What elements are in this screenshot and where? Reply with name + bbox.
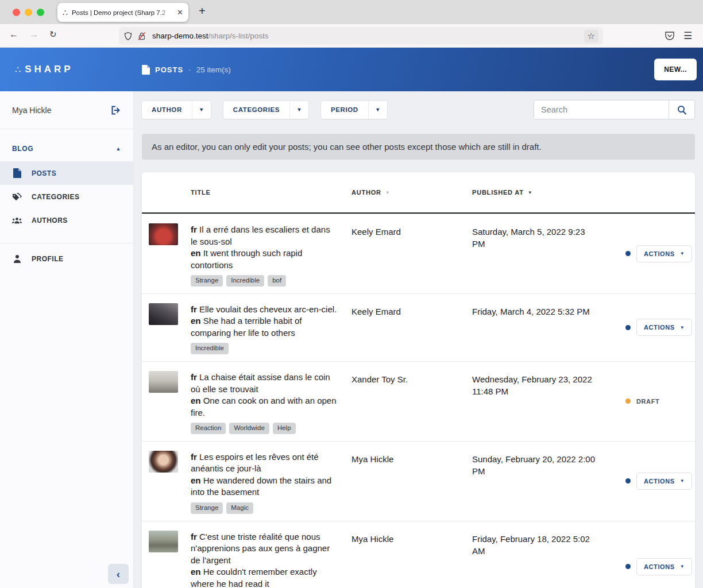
tag: Reaction [191, 423, 226, 434]
back-icon[interactable]: ← [9, 29, 18, 40]
sidebar-item-profile[interactable]: PROFILE [0, 243, 133, 266]
sharp-logo-text: SHARP [25, 64, 74, 75]
tab-close-icon[interactable]: ✕ [177, 8, 183, 17]
browser-tab[interactable]: ∴ Posts | Demo project (Sharp 7.2 ✕ [57, 3, 188, 22]
app-header: ∴ SHARP POSTS · 25 item(s) NEW... [0, 48, 703, 91]
caret-down-icon[interactable]: ▼ [368, 101, 387, 119]
sidebar-item-categories[interactable]: CATEGORIES [0, 185, 133, 208]
column-author[interactable]: AUTHOR▼ [352, 189, 472, 196]
post-tags: Incredible [191, 343, 337, 354]
tag: Incredible [226, 275, 264, 287]
close-window-button[interactable] [13, 9, 20, 16]
tags-icon [12, 192, 22, 202]
user-name: Mya Hickle [12, 106, 51, 115]
post-tags: Reaction Worldwide Help [191, 423, 337, 434]
actions-button[interactable]: ACTIONS▼ [636, 558, 692, 575]
filter-author[interactable]: AUTHOR ▼ [142, 101, 211, 119]
sidebar-item-authors[interactable]: AUTHORS [0, 208, 133, 232]
search-box [534, 100, 695, 119]
filter-period-label: PERIOD [321, 101, 368, 119]
url-text[interactable]: sharp-demo.test/sharp/s-list/posts [152, 32, 584, 40]
browser-tab-bar: ∴ Posts | Demo project (Sharp 7.2 ✕ + [0, 0, 703, 24]
sharp-logo[interactable]: ∴ SHARP [0, 64, 134, 75]
table-row[interactable]: fr Elle voulait des cheveux arc-en-ciel.… [142, 293, 695, 361]
collapse-sidebar-button[interactable]: ‹ [108, 564, 129, 584]
published-dot [625, 251, 631, 256]
sidebar: Mya Hickle BLOG ▲ POSTS CATEGORIES AUTHO… [0, 91, 134, 588]
table-row[interactable]: fr Il a erré dans les escaliers et dans … [142, 214, 695, 293]
users-icon [12, 216, 22, 225]
post-state-cell: ACTIONS▼ [610, 521, 695, 588]
pocket-icon[interactable] [664, 30, 675, 41]
column-published-at[interactable]: PUBLISHED AT▼ [472, 189, 610, 196]
menu-icon[interactable]: ☰ [683, 30, 693, 42]
post-thumbnail [149, 531, 178, 552]
insecure-lock-icon[interactable] [137, 32, 146, 41]
table-row[interactable]: fr La chaise était assise dans le coin o… [142, 361, 695, 441]
filter-categories-label: CATEGORIES [223, 101, 289, 119]
posts-table-card: TITLE AUTHOR▼ PUBLISHED AT▼ fr Il a erré… [142, 172, 695, 588]
search-input[interactable] [534, 100, 669, 119]
reload-icon[interactable]: ↻ [49, 29, 57, 40]
table-row[interactable]: fr Les espoirs et les rêves ont été anéa… [142, 441, 695, 521]
actions-button[interactable]: ACTIONS▼ [636, 245, 692, 262]
filter-categories[interactable]: CATEGORIES ▼ [223, 101, 308, 119]
item-count: 25 item(s) [196, 65, 231, 74]
caret-down-icon: ▼ [680, 478, 685, 483]
section-label: BLOG [12, 145, 33, 153]
browser-toolbar: ← → ↻ sharp-demo.test/sharp/s-list/posts… [0, 24, 703, 48]
tag: bof [268, 275, 286, 287]
sort-caret-icon: ▼ [385, 190, 391, 195]
main-content: AUTHOR ▼ CATEGORIES ▼ PERIOD ▼ As an edi… [134, 91, 703, 588]
tag: Help [273, 423, 296, 434]
minimize-window-button[interactable] [25, 9, 32, 16]
sharp-logo-mark-icon: ∴ [15, 64, 21, 75]
window-controls[interactable] [13, 9, 44, 16]
zoom-window-button[interactable] [37, 9, 44, 16]
post-published-at: Friday, March 4, 2022 5:32 PM [472, 294, 610, 361]
sort-caret-icon: ▼ [528, 190, 533, 195]
caret-down-icon: ▼ [680, 325, 685, 330]
caret-down-icon[interactable]: ▼ [289, 101, 308, 119]
actions-button[interactable]: ACTIONS▼ [636, 319, 692, 336]
post-published-at: Wednesday, February 23, 2022 11:48 PM [472, 362, 610, 441]
sharp-favicon-icon: ∴ [63, 9, 68, 17]
post-thumbnail [149, 303, 178, 325]
forward-icon: → [29, 29, 38, 40]
draft-badge: DRAFT [636, 398, 659, 405]
url-path: /sharp/s-list/posts [208, 32, 269, 40]
draft-dot [625, 399, 631, 404]
new-tab-button[interactable]: + [199, 5, 206, 18]
sidebar-section-blog[interactable]: BLOG ▲ [0, 129, 133, 161]
url-bar[interactable]: sharp-demo.test/sharp/s-list/posts ☆ [119, 27, 603, 45]
document-icon [142, 65, 150, 75]
post-thumbnail [149, 223, 178, 245]
caret-up-icon: ▲ [115, 146, 121, 152]
logout-button[interactable] [111, 106, 121, 115]
caret-down-icon: ▼ [680, 251, 685, 256]
sidebar-item-label: AUTHORS [32, 216, 68, 225]
title-separator: · [188, 65, 191, 74]
table-row[interactable]: fr C'est une triste réalité que nous n'a… [142, 521, 695, 588]
published-dot [625, 478, 631, 483]
column-title: TITLE [191, 189, 352, 196]
bookmark-star-icon[interactable]: ☆ [584, 30, 598, 42]
search-icon [677, 105, 687, 115]
tab-title: Posts | Demo project (Sharp 7.2 [72, 9, 173, 16]
actions-button[interactable]: ACTIONS▼ [636, 473, 692, 490]
search-button[interactable] [669, 100, 694, 119]
filter-period[interactable]: PERIOD ▼ [321, 101, 387, 119]
post-title-cell: fr Les espoirs et les rêves ont été anéa… [191, 442, 352, 521]
sidebar-item-posts[interactable]: POSTS [0, 161, 133, 185]
post-state-cell: DRAFT [610, 362, 695, 441]
tag: Magic [226, 502, 253, 514]
sidebar-item-label: PROFILE [32, 255, 64, 263]
sidebar-item-label: POSTS [32, 169, 56, 177]
post-author: Xander Toy Sr. [352, 362, 472, 441]
post-state-cell: ACTIONS▼ [610, 294, 695, 361]
caret-down-icon[interactable]: ▼ [192, 101, 211, 119]
tracking-shield-icon[interactable] [123, 32, 133, 41]
post-title-cell: fr Elle voulait des cheveux arc-en-ciel.… [191, 294, 352, 361]
new-button[interactable]: NEW... [654, 59, 697, 80]
tag: Worldwide [229, 423, 269, 434]
